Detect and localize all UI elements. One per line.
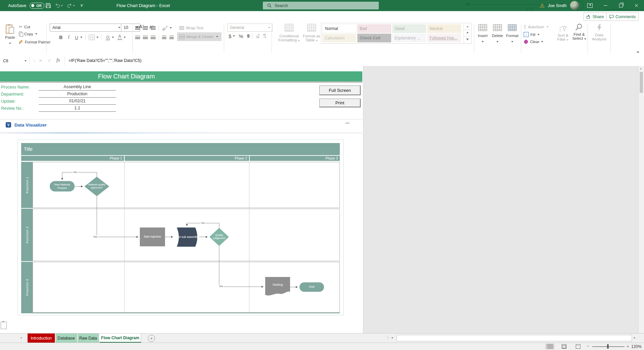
percent-button[interactable]: %	[239, 33, 243, 39]
insert-cells-button[interactable]: Insert	[475, 23, 490, 52]
addin-menu-button[interactable]: •••	[346, 121, 350, 125]
formula-input[interactable]: =IF('Raw Data'!C5="","",'Raw Data'!C5)	[69, 58, 142, 63]
zoom-out-button[interactable]: −	[587, 344, 589, 349]
print-button[interactable]: Print	[319, 99, 361, 107]
undo-button[interactable]	[54, 1, 64, 10]
style-followed-hyperlink[interactable]: Followed Hyp...	[427, 34, 461, 42]
name-box-chevron[interactable]	[25, 60, 27, 62]
restore-button[interactable]	[613, 0, 629, 11]
autosave-toggle[interactable]: Off	[30, 3, 44, 9]
format-painter-button[interactable]: Format Painter	[19, 40, 50, 44]
font-name-select[interactable]: Arial	[50, 24, 123, 32]
conditional-formatting-button[interactable]: Conditional Formatting	[276, 23, 302, 52]
share-button[interactable]: Share	[583, 12, 607, 21]
increase-indent-icon[interactable]	[169, 36, 174, 39]
redo-button[interactable]	[66, 1, 76, 10]
minimize-button[interactable]	[598, 0, 613, 11]
style-good[interactable]: Good	[392, 24, 426, 33]
currency-button[interactable]: $	[229, 33, 231, 39]
vertical-scrollbar[interactable]: ▴	[638, 66, 644, 333]
align-bottom-icon[interactable]	[151, 26, 156, 30]
font-color-button[interactable]: A	[118, 35, 122, 40]
flow-node-start-sub-assembly[interactable]: Start sub assembly	[174, 228, 199, 247]
styles-scroll-down[interactable]	[464, 30, 471, 36]
zoom-slider-handle[interactable]	[607, 344, 609, 349]
sheet-tab-database[interactable]: Database	[56, 334, 77, 343]
styles-gallery-more[interactable]	[464, 36, 471, 43]
format-cells-button[interactable]: Format	[505, 23, 520, 52]
italic-button[interactable]: I	[68, 35, 70, 40]
vertical-scroll-thumb[interactable]	[640, 72, 643, 93]
view-page-layout-button[interactable]	[560, 344, 568, 349]
flow-node-start-injection[interactable]: Start Injection	[140, 228, 165, 246]
confirm-entry-button[interactable]: ✓	[48, 58, 51, 63]
formula-bar-grip[interactable]: ⋮	[32, 58, 36, 63]
tabstrip-splitter[interactable]: ⋮	[386, 335, 390, 340]
underline-button[interactable]: U	[75, 35, 78, 40]
save-button[interactable]	[44, 1, 52, 10]
fill-color-chevron[interactable]	[112, 37, 114, 38]
data-analysis-button[interactable]: Data Analysis	[589, 24, 610, 41]
paste-button[interactable]: Paste	[3, 23, 17, 52]
copy-button[interactable]: Copy	[19, 32, 37, 36]
style-explanatory[interactable]: Explanatory ...	[392, 34, 426, 42]
sort-filter-button[interactable]: AZ Sort & Filter	[555, 24, 571, 41]
merge-center-button[interactable]: Merge & Center	[177, 32, 222, 41]
align-center-icon[interactable]	[143, 36, 148, 39]
decrease-decimal-button[interactable]: .00 →0	[262, 34, 266, 38]
insert-function-button[interactable]: fx	[56, 58, 60, 63]
new-sheet-button[interactable]: +	[148, 335, 155, 342]
borders-menu-chevron[interactable]	[96, 37, 98, 38]
scroll-up-arrow[interactable]: ▴	[640, 67, 642, 70]
decrease-indent-icon[interactable]	[162, 36, 166, 39]
fill-color-icon[interactable]	[105, 35, 111, 40]
styles-scroll-up[interactable]	[464, 23, 471, 30]
clear-button[interactable]: Clear	[524, 40, 543, 44]
hscroll-right-arrow[interactable]: ▸	[634, 336, 636, 339]
wrap-text-button[interactable]: Wrap Text	[186, 26, 203, 30]
bold-button[interactable]: B	[59, 35, 63, 40]
style-bad[interactable]: Bad	[357, 24, 391, 33]
close-button[interactable]	[629, 0, 644, 11]
currency-chevron[interactable]	[233, 35, 235, 37]
flow-node-packing[interactable]: Packing	[265, 277, 290, 296]
cut-button[interactable]: ✂ Cut	[19, 24, 30, 29]
update-value[interactable]: 01/02/21	[39, 99, 116, 105]
sheet-tab-raw-data[interactable]: Raw Data	[78, 334, 99, 343]
number-format-select[interactable]: General	[227, 24, 273, 32]
flowchart-canvas[interactable]: Title Phase 1 Phase 2 Phase 3 Function 1…	[17, 140, 344, 315]
cancel-entry-button[interactable]: ×	[39, 58, 42, 63]
align-middle-icon[interactable]	[143, 26, 148, 30]
hscroll-left-arrow[interactable]: ◂	[391, 336, 393, 339]
account-control[interactable]: Joe Smith	[548, 0, 579, 11]
comments-button[interactable]: Comments	[606, 12, 639, 21]
style-neutral[interactable]: Neutral	[427, 24, 461, 33]
align-top-icon[interactable]	[135, 26, 140, 30]
name-box[interactable]: C6	[0, 57, 30, 65]
sheet-nav-left[interactable]: ◂	[20, 336, 22, 339]
view-normal-button[interactable]	[546, 344, 554, 349]
avatar[interactable]	[570, 1, 579, 10]
style-check-cell[interactable]: Check Cell	[357, 34, 391, 42]
full-screen-button[interactable]: Full Screen	[319, 85, 361, 95]
style-normal[interactable]: Normal	[322, 24, 356, 33]
style-calculation[interactable]: Calculation	[322, 34, 356, 42]
align-left-icon[interactable]	[135, 36, 140, 39]
sheet-tab-flow-chart-diagram[interactable]: Flow Chart Diagram	[99, 334, 141, 343]
underline-menu-chevron[interactable]	[80, 37, 82, 38]
zoom-level[interactable]: 120%	[631, 344, 642, 349]
increase-decimal-button[interactable]: ←0 .00	[255, 34, 259, 38]
delete-cells-button[interactable]: Delete	[490, 23, 505, 52]
horizontal-scrollbar[interactable]	[397, 335, 632, 341]
align-right-icon[interactable]	[151, 36, 156, 39]
clipboard-float-icon[interactable]	[1, 322, 7, 329]
process-name-value[interactable]: Assembly Line	[39, 84, 116, 91]
flow-node-raw-material-prepare[interactable]: Raw Material Prepare	[50, 181, 75, 191]
search-input[interactable]: Search	[263, 2, 379, 9]
view-page-break-button[interactable]	[574, 344, 582, 349]
fill-button[interactable]: ↓ Fill	[524, 32, 539, 37]
department-value[interactable]: Production	[39, 92, 116, 98]
review-no-value[interactable]: 1.1	[39, 106, 116, 112]
ribbon-display-options-button[interactable]	[582, 0, 598, 11]
collapse-ribbon-button[interactable]	[634, 49, 642, 55]
